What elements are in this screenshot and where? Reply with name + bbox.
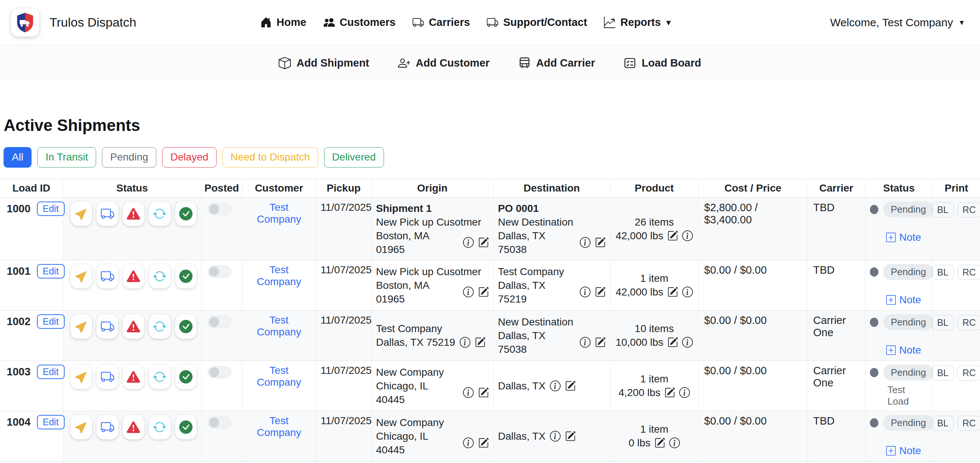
edit-pencil-icon[interactable] — [478, 237, 489, 248]
info-icon[interactable] — [682, 287, 693, 297]
filter-button-in-transit[interactable]: In Transit — [37, 147, 96, 168]
check-icon-button[interactable] — [175, 201, 197, 226]
add-note-link[interactable]: Note — [886, 445, 928, 457]
send-icon-button[interactable] — [71, 201, 92, 226]
edit-button[interactable]: Edit — [37, 315, 65, 329]
posted-toggle[interactable] — [208, 203, 231, 215]
info-icon[interactable] — [580, 237, 590, 248]
info-icon[interactable] — [682, 337, 693, 348]
customer-link[interactable]: Test Company — [257, 264, 301, 287]
edit-pencil-icon[interactable] — [667, 230, 678, 241]
info-icon[interactable] — [679, 387, 690, 398]
info-icon[interactable] — [463, 287, 474, 297]
refresh-icon-button[interactable] — [149, 201, 171, 226]
print-bl-button[interactable]: BL — [932, 265, 954, 280]
info-icon[interactable] — [682, 230, 693, 241]
print-rc-button[interactable]: RC — [958, 265, 980, 280]
nav-item-home[interactable]: Home — [260, 16, 306, 29]
info-icon[interactable] — [580, 287, 590, 297]
posted-toggle[interactable] — [208, 366, 231, 378]
edit-pencil-icon[interactable] — [565, 431, 576, 442]
posted-toggle[interactable] — [208, 316, 231, 328]
truck-icon-button[interactable] — [97, 315, 118, 339]
send-icon-button[interactable] — [71, 264, 92, 289]
filter-button-delivered[interactable]: Delivered — [324, 147, 384, 168]
edit-pencil-icon[interactable] — [475, 337, 485, 348]
alert-icon-button[interactable] — [123, 365, 145, 389]
truck-icon-button[interactable] — [97, 264, 118, 289]
customer-link[interactable]: Test Company — [257, 415, 301, 438]
print-bl-button[interactable]: BL — [932, 366, 954, 380]
truck-icon-button[interactable] — [97, 415, 118, 439]
posted-toggle[interactable] — [208, 417, 231, 429]
user-menu[interactable]: Welcome, Test Company ▾ — [824, 16, 964, 29]
customer-link[interactable]: Test Company — [257, 201, 301, 225]
edit-pencil-icon[interactable] — [478, 437, 489, 448]
truck-icon-button[interactable] — [97, 365, 118, 389]
customer-link[interactable]: Test Company — [257, 365, 301, 388]
info-icon[interactable] — [550, 431, 561, 442]
alert-icon-button[interactable] — [123, 315, 145, 339]
nav-item-customers[interactable]: Customers — [323, 16, 396, 29]
edit-pencil-icon[interactable] — [595, 237, 606, 248]
edit-pencil-icon[interactable] — [654, 437, 665, 448]
toolbar-item-add-customer[interactable]: Add Customer — [398, 57, 490, 69]
edit-button[interactable]: Edit — [37, 264, 65, 278]
filter-button-need-to-dispatch[interactable]: Need to Dispatch — [223, 147, 318, 168]
check-icon-button[interactable] — [175, 365, 197, 389]
refresh-icon-button[interactable] — [149, 415, 171, 439]
check-icon-button[interactable] — [175, 415, 197, 439]
edit-button[interactable]: Edit — [37, 201, 65, 216]
info-icon[interactable] — [463, 237, 474, 248]
info-icon[interactable] — [460, 337, 471, 348]
alert-icon-button[interactable] — [123, 201, 145, 226]
info-icon[interactable] — [463, 437, 474, 448]
filter-button-pending[interactable]: Pending — [102, 147, 156, 168]
check-icon-button[interactable] — [175, 315, 197, 339]
brand[interactable]: Trulos Dispatch — [11, 8, 136, 37]
info-icon[interactable] — [550, 380, 561, 391]
refresh-icon-button[interactable] — [149, 315, 171, 339]
check-icon-button[interactable] — [175, 264, 197, 289]
edit-pencil-icon[interactable] — [667, 287, 678, 297]
send-icon-button[interactable] — [71, 415, 92, 439]
toolbar-item-add-carrier[interactable]: Add Carrier — [519, 57, 595, 69]
filter-button-delayed[interactable]: Delayed — [162, 147, 216, 168]
toolbar-item-load-board[interactable]: Load Board — [624, 57, 701, 69]
edit-pencil-icon[interactable] — [595, 287, 606, 297]
edit-pencil-icon[interactable] — [664, 387, 675, 398]
refresh-icon-button[interactable] — [149, 365, 171, 389]
nav-item-reports[interactable]: Reports ▾ — [604, 16, 671, 29]
edit-button[interactable]: Edit — [37, 365, 65, 379]
add-note-link[interactable]: Note — [886, 232, 928, 243]
print-bl-button[interactable]: BL — [932, 315, 954, 330]
edit-pencil-icon[interactable] — [478, 287, 489, 297]
add-note-link[interactable]: Note — [886, 294, 928, 306]
info-icon[interactable] — [669, 437, 680, 448]
edit-button[interactable]: Edit — [37, 415, 65, 429]
truck-icon-button[interactable] — [97, 201, 118, 226]
refresh-icon-button[interactable] — [149, 264, 171, 289]
add-note-link[interactable]: Note — [886, 344, 928, 356]
nav-item-carriers[interactable]: Carriers — [412, 16, 470, 29]
info-icon[interactable] — [580, 337, 590, 348]
edit-pencil-icon[interactable] — [595, 337, 606, 348]
edit-pencil-icon[interactable] — [478, 387, 489, 398]
alert-icon-button[interactable] — [123, 415, 145, 439]
toolbar-item-add-shipment[interactable]: Add Shipment — [278, 57, 369, 69]
edit-pencil-icon[interactable] — [667, 337, 678, 348]
print-rc-button[interactable]: RC — [958, 202, 980, 217]
edit-pencil-icon[interactable] — [565, 380, 576, 391]
customer-link[interactable]: Test Company — [257, 315, 301, 338]
filter-button-all[interactable]: All — [4, 147, 32, 168]
print-bl-button[interactable]: BL — [932, 202, 954, 217]
print-rc-button[interactable]: RC — [958, 315, 980, 330]
nav-item-support-contact[interactable]: Support/Contact — [487, 16, 587, 29]
info-icon[interactable] — [463, 387, 474, 398]
posted-toggle[interactable] — [208, 265, 231, 278]
print-rc-button[interactable]: RC — [958, 416, 980, 431]
send-icon-button[interactable] — [71, 365, 92, 389]
alert-icon-button[interactable] — [123, 264, 145, 289]
print-bl-button[interactable]: BL — [932, 416, 954, 431]
print-rc-button[interactable]: RC — [958, 366, 980, 380]
